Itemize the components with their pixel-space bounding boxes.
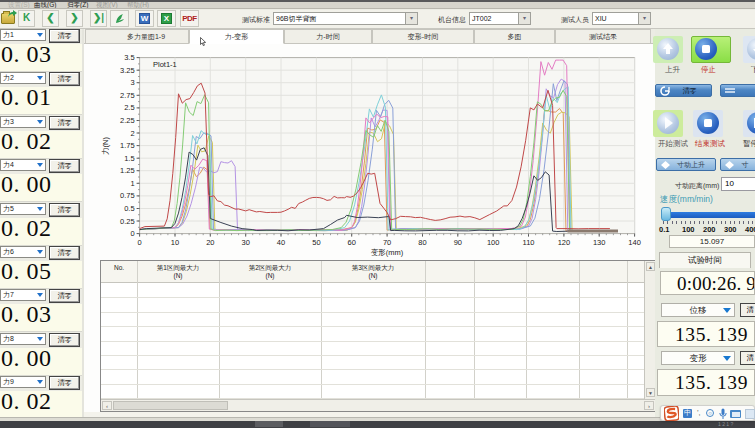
svg-text:3.5: 3.5: [124, 53, 134, 62]
svg-text:2: 2: [130, 129, 134, 138]
svg-text:Plot1-1: Plot1-1: [153, 60, 177, 69]
svg-text:140: 140: [628, 238, 641, 247]
svg-text:100: 100: [487, 238, 500, 247]
svg-text:50: 50: [312, 238, 320, 247]
svg-text:30: 30: [242, 238, 250, 247]
svg-text:1.25: 1.25: [120, 166, 135, 175]
svg-text:变形(mm): 变形(mm): [371, 248, 404, 257]
svg-text:3.25: 3.25: [120, 66, 135, 75]
svg-text:0.5: 0.5: [124, 204, 134, 213]
svg-text:20: 20: [206, 238, 214, 247]
svg-text:1.75: 1.75: [120, 141, 135, 150]
svg-text:110: 110: [523, 238, 535, 247]
svg-text:2.75: 2.75: [120, 91, 135, 100]
svg-text:1: 1: [130, 179, 134, 188]
svg-text:120: 120: [558, 238, 571, 247]
svg-text:130: 130: [593, 238, 606, 247]
svg-text:2.25: 2.25: [120, 116, 135, 125]
svg-text:90: 90: [454, 238, 462, 247]
svg-text:0: 0: [138, 238, 142, 247]
svg-text:1.5: 1.5: [124, 154, 134, 163]
svg-text:力(N): 力(N): [101, 137, 110, 155]
svg-text:10: 10: [171, 238, 179, 247]
svg-text:3: 3: [130, 78, 134, 87]
svg-text:70: 70: [383, 238, 391, 247]
svg-text:60: 60: [348, 238, 356, 247]
svg-text:0: 0: [130, 229, 134, 238]
svg-text:80: 80: [418, 238, 426, 247]
svg-text:0.75: 0.75: [120, 191, 135, 200]
svg-text:40: 40: [277, 238, 285, 247]
svg-text:2.5: 2.5: [124, 103, 134, 112]
svg-text:0.25: 0.25: [120, 217, 135, 226]
